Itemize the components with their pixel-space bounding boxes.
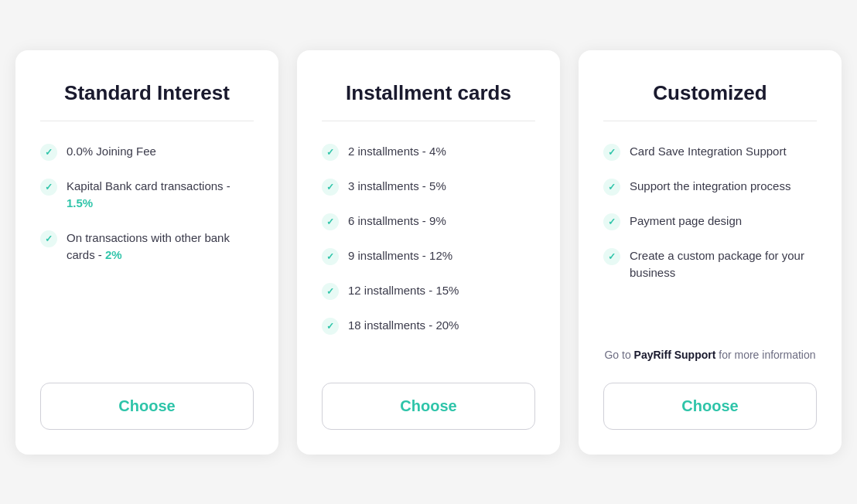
check-icon [322,144,339,161]
pricing-container: Standard Interest 0.0% Joining Fee Kapit… [15,50,842,455]
check-icon [603,248,620,265]
check-icon [322,318,339,335]
check-icon [603,179,620,196]
check-icon [322,283,339,300]
list-item: 18 installments - 20% [322,317,535,335]
list-item: 0.0% Joining Fee [40,143,254,161]
feature-text: Support the integration process [630,178,790,196]
brand-name: PayRiff Support [634,349,716,361]
standard-features-list: 0.0% Joining Fee Kapital Bank card trans… [40,143,254,281]
installment-features-list: 2 installments - 4% 3 installments - 5% … [322,143,535,352]
feature-text: 2 installments - 4% [348,143,446,161]
feature-text: Card Save Integration Support [630,143,787,161]
standard-choose-button[interactable]: Choose [40,383,254,430]
feature-text: 18 installments - 20% [348,317,459,335]
highlight-value: 2% [105,248,122,261]
check-icon [40,179,57,196]
check-icon [40,230,57,247]
customized-title: Customized [603,81,817,121]
list-item: Payment page design [603,213,817,230]
list-item: Create a custom package for your busines… [603,247,817,282]
customized-info-text: Go to PayRiff Support for more informati… [603,346,817,363]
check-icon [40,144,57,161]
installment-choose-button[interactable]: Choose [322,383,535,430]
standard-interest-card: Standard Interest 0.0% Joining Fee Kapit… [15,50,278,455]
feature-text: On transactions with other bank cards - … [67,230,254,264]
installment-title: Installment cards [322,81,535,121]
list-item: 6 installments - 9% [322,213,535,230]
list-item: 3 installments - 5% [322,178,535,196]
feature-text: Payment page design [630,213,742,230]
list-item: On transactions with other bank cards - … [40,230,254,264]
check-icon [322,248,339,265]
installment-card: Installment cards 2 installments - 4% 3 … [297,50,560,455]
list-item: Card Save Integration Support [603,143,817,161]
customized-features-list: Card Save Integration Support Support th… [603,143,817,316]
list-item: Kapital Bank card transactions - 1.5% [40,178,254,213]
list-item: 2 installments - 4% [322,143,535,161]
list-item: Support the integration process [603,178,817,196]
feature-text: 9 installments - 12% [348,247,452,265]
customized-choose-button[interactable]: Choose [603,383,817,430]
check-icon [322,213,339,230]
check-icon [322,179,339,196]
feature-text: Create a custom package for your busines… [630,247,817,282]
check-icon [603,144,620,161]
feature-text: 3 installments - 5% [348,178,446,196]
list-item: 9 installments - 12% [322,247,535,265]
feature-text: 6 installments - 9% [348,213,446,230]
highlight-value: 1.5% [67,196,93,209]
feature-text: 12 installments - 15% [348,282,459,300]
customized-card: Customized Card Save Integration Support… [579,50,842,455]
list-item: 12 installments - 15% [322,282,535,300]
standard-title: Standard Interest [40,81,254,121]
check-icon [603,213,620,230]
feature-text: Kapital Bank card transactions - 1.5% [67,178,254,213]
feature-text: 0.0% Joining Fee [67,143,156,161]
